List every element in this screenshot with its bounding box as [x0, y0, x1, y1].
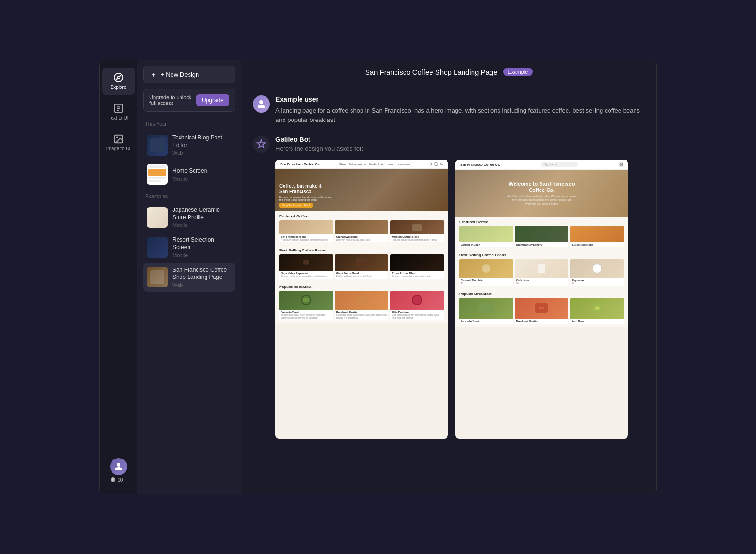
product-img — [335, 254, 389, 271]
product-img — [515, 259, 569, 278]
svg-point-7 — [116, 137, 118, 138]
product-card: Sunset Serenade — [570, 226, 624, 247]
user-name: Example user — [275, 95, 645, 103]
grid-icon-v2 — [619, 162, 623, 167]
upgrade-text: Upgrade to unlock full access — [149, 95, 192, 106]
design-item-resort[interactable]: Resort Selection Screen Mobile — [143, 233, 235, 261]
design-thumb-blog — [147, 135, 168, 156]
image-to-ui-label: Image to UI — [106, 146, 131, 151]
design-platform-coffee: Web — [172, 282, 232, 288]
coffee-page-v1: San Francisco Coffee Co. Shop Subscripti… — [275, 160, 448, 323]
product-img — [570, 259, 624, 278]
chat-area: Example user A landing page for a coffee… — [241, 84, 656, 494]
product-card: Mission District Blend Rich and complex … — [390, 220, 444, 242]
design-platform-home: Mobile — [172, 176, 232, 182]
design-title-coffee: San Francisco Coffee Shop Landing Page — [172, 267, 232, 281]
hero-title-v2: Welcome to San FranciscoCoffee Co. — [507, 181, 576, 193]
app-container: Explore Text to UI Image to UI — [99, 60, 657, 494]
coffee-nav-v2: San Francisco Coffee Co. 🔍 Search — [455, 160, 628, 170]
product-img — [279, 220, 333, 234]
svg-rect-18 — [621, 165, 623, 166]
main-header: San Francisco Coffee Shop Landing Page E… — [241, 60, 656, 84]
breakfast-grid-v1: Avocado Toast Smashed avocado, cherry to… — [275, 291, 448, 323]
design-item-blog[interactable]: Technical Blog Post Editor Web — [143, 130, 235, 159]
examples-section-label: Examples — [143, 193, 235, 199]
svg-point-14 — [441, 163, 442, 164]
product-img — [279, 254, 333, 271]
product-card: Three Africas Blend Rich and complex ble… — [390, 254, 444, 279]
design-thumb-ceramic — [147, 207, 168, 228]
hero-text-v1: Coffee, but make itSan Francisco Explore… — [279, 183, 333, 208]
coffee-nav-v1: San Francisco Coffee Co. Shop Subscripti… — [275, 160, 448, 169]
design-preview-v1[interactable]: San Francisco Coffee Co. Shop Subscripti… — [275, 160, 448, 439]
bot-message-text: Here's the design you asked for: — [275, 145, 645, 152]
design-title-ceramic: Japanese Ceramic Store Profile — [172, 207, 232, 221]
product-img — [570, 298, 624, 319]
design-preview-v2[interactable]: San Francisco Coffee Co. 🔍 Search Welcom… — [455, 160, 628, 439]
product-img — [390, 254, 444, 271]
sidebar-item-image-to-ui[interactable]: Image to UI — [102, 129, 135, 156]
example-badge: Example — [503, 68, 533, 76]
sidebar-item-text-to-ui[interactable]: Text to UI — [102, 98, 135, 125]
new-design-button[interactable]: + New Design — [143, 66, 235, 83]
coffee-hero-v2: Welcome to San FranciscoCoffee Co. At No… — [455, 170, 628, 217]
product-img — [570, 226, 624, 242]
design-item-coffee[interactable]: San Francisco Coffee Shop Landing Page W… — [143, 263, 235, 292]
product-card: Nightcraft Symphony — [515, 226, 569, 247]
user-avatar — [253, 95, 270, 113]
user-message-content: Example user A landing page for a coffee… — [275, 95, 645, 124]
designs-row: San Francisco Coffee Co. Shop Subscripti… — [275, 160, 645, 439]
credits-display: © 10 — [110, 477, 127, 483]
hero-text-v2: Welcome to San FranciscoCoffee Co. At No… — [500, 181, 583, 206]
avatar[interactable] — [110, 458, 127, 475]
user-message-text: A landing page for a coffee shop in San … — [275, 106, 645, 124]
beans-title-v2: Best Selling Coffee Beans — [455, 250, 628, 259]
new-design-label: + New Design — [161, 71, 199, 78]
search-icon-v1 — [429, 162, 433, 166]
coffee-page-v2: San Francisco Coffee Co. 🔍 Search Welcom… — [455, 160, 628, 327]
user-icon-v1 — [439, 162, 443, 166]
svg-rect-15 — [619, 163, 620, 164]
breakfast-title-v1: Popular Breakfast — [275, 282, 448, 291]
text-icon — [113, 103, 124, 113]
product-img — [459, 298, 513, 319]
explore-label: Explore — [111, 85, 127, 90]
hero-desc-v1: Explore our newest blends, sourced fresh… — [279, 196, 333, 201]
product-img — [279, 291, 333, 310]
product-img — [335, 291, 389, 310]
hero-title-v1: Coffee, but make itSan Francisco — [279, 183, 333, 195]
upgrade-button[interactable]: Upgrade — [196, 94, 229, 106]
coffee-logo-v1: San Francisco Coffee Co. — [280, 163, 320, 166]
product-card: Acai Bowl — [570, 298, 624, 324]
beans-grid-v1: Napa Valley Espresso Rich and balanced e… — [275, 254, 448, 282]
design-item-home[interactable]: Home Screen Mobile — [143, 160, 235, 189]
design-platform-resort: Mobile — [172, 252, 232, 258]
design-platform-ceramic: Mobile — [172, 222, 232, 228]
design-title-blog: Technical Blog Post Editor — [172, 134, 232, 149]
beans-title-v1: Best Selling Coffee Beans — [275, 245, 448, 254]
svg-point-0 — [114, 73, 122, 82]
upgrade-banner: Upgrade to unlock full access Upgrade — [143, 89, 235, 112]
featured-grid-v1: San Francisco Blend A premium blend of c… — [275, 220, 448, 245]
product-card: Caramel Macchiato $8 — [459, 259, 513, 286]
sidebar-item-explore[interactable]: Explore — [102, 68, 135, 95]
coffee-hero-v1: Coffee, but make itSan Francisco Explore… — [275, 169, 448, 211]
user-avatar-section: © 10 — [110, 458, 127, 483]
featured-title-v2: Featured Coffee — [455, 217, 628, 226]
design-thumb-resort — [147, 237, 168, 258]
design-thumb-home — [147, 164, 168, 185]
product-card: Garden of Eden — [459, 226, 513, 247]
beans-grid-v2: Caramel Macchiato $8 — [455, 259, 628, 289]
breakfast-title-v2: Popular Breakfast — [455, 289, 628, 298]
breakfast-grid-v2: Avocado Toast — [455, 298, 628, 327]
product-img — [390, 220, 444, 234]
bot-avatar — [253, 136, 270, 153]
design-platform-blog: Web — [172, 150, 232, 156]
hero-cta-v1: Shop San Francisco Blend — [279, 203, 313, 208]
design-item-ceramic[interactable]: Japanese Ceramic Store Profile Mobile — [143, 203, 235, 232]
coffee-logo-v2: San Francisco Coffee Co. — [460, 163, 500, 166]
product-card: Breakfast Burrito — [515, 298, 569, 324]
product-card: Cafe Latte $6 — [515, 259, 569, 286]
icon-bar: Explore Text to UI Image to UI — [100, 60, 137, 494]
product-img — [335, 220, 389, 234]
